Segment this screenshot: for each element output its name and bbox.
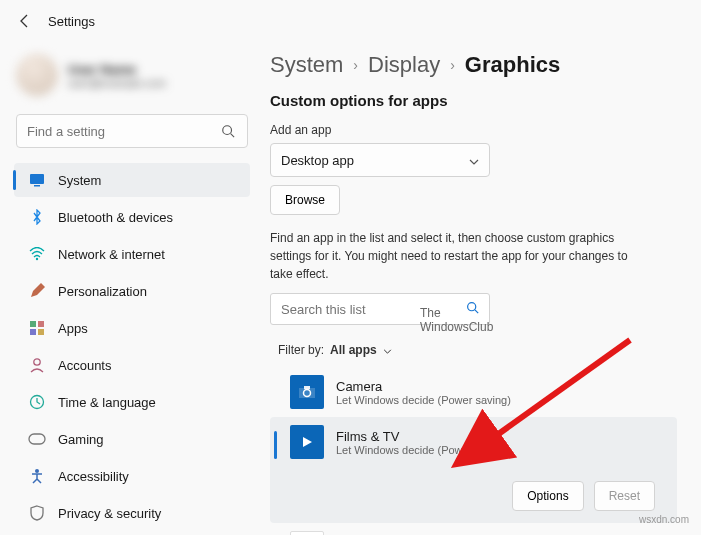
crumb-display[interactable]: Display <box>368 52 440 78</box>
person-icon <box>28 356 46 374</box>
sidebar-item-system[interactable]: System <box>14 163 250 197</box>
sidebar-item-label: Personalization <box>58 284 147 299</box>
app-name: Films & TV <box>336 429 511 444</box>
apps-icon <box>28 319 46 337</box>
app-row-camera[interactable]: Camera Let Windows decide (Power saving) <box>270 367 677 417</box>
sidebar-item-accounts[interactable]: Accounts <box>14 348 250 382</box>
sidebar-item-network[interactable]: Network & internet <box>14 237 250 271</box>
svg-point-0 <box>223 126 232 135</box>
app-type-dropdown[interactable]: Desktop app <box>270 143 490 177</box>
sidebar-item-label: Apps <box>58 321 88 336</box>
camera-icon <box>290 375 324 409</box>
svg-point-12 <box>35 469 39 473</box>
profile-name: User Name <box>68 62 166 77</box>
sidebar: User Name user@example.com System Blueto… <box>0 42 258 535</box>
profile-email: user@example.com <box>68 77 166 89</box>
breadcrumb: System › Display › Graphics <box>270 52 677 78</box>
films-tv-icon <box>290 425 324 459</box>
sidebar-item-label: System <box>58 173 101 188</box>
sidebar-item-apps[interactable]: Apps <box>14 311 250 345</box>
svg-rect-3 <box>34 185 40 187</box>
options-button[interactable]: Options <box>512 481 583 511</box>
search-icon <box>219 122 237 140</box>
svg-rect-17 <box>304 386 310 389</box>
svg-marker-18 <box>303 437 312 447</box>
svg-rect-2 <box>30 174 44 184</box>
sidebar-item-label: Accessibility <box>58 469 129 484</box>
sidebar-item-label: Accounts <box>58 358 111 373</box>
filter-row[interactable]: Filter by: All apps <box>278 343 677 357</box>
settings-search[interactable] <box>16 114 248 148</box>
paint-icon <box>28 282 46 300</box>
watermark: The WindowsClub <box>420 306 493 335</box>
svg-rect-11 <box>29 434 45 444</box>
sidebar-item-label: Privacy & security <box>58 506 161 521</box>
svg-point-9 <box>34 359 40 365</box>
section-heading: Custom options for apps <box>270 92 677 109</box>
app-name: Camera <box>336 379 511 394</box>
bluetooth-icon <box>28 208 46 226</box>
accessibility-icon <box>28 467 46 485</box>
reset-button[interactable]: Reset <box>594 481 655 511</box>
sidebar-item-label: Bluetooth & devices <box>58 210 173 225</box>
sidebar-item-label: Time & language <box>58 395 156 410</box>
wifi-icon <box>28 245 46 263</box>
footer-credit: wsxdn.com <box>639 514 689 525</box>
sidebar-item-gaming[interactable]: Gaming <box>14 422 250 456</box>
app-sub: Let Windows decide (Power saving) <box>336 444 511 456</box>
svg-rect-8 <box>38 329 44 335</box>
app-row-films-tv[interactable]: Films & TV Let Windows decide (Power sav… <box>270 417 677 523</box>
chevron-down-icon <box>469 153 479 168</box>
edge-icon <box>290 531 324 535</box>
chevron-right-icon: › <box>353 57 358 73</box>
sidebar-item-privacy[interactable]: Privacy & security <box>14 496 250 530</box>
filter-label: Filter by: <box>278 343 324 357</box>
gaming-icon <box>28 430 46 448</box>
sidebar-item-personalization[interactable]: Personalization <box>14 274 250 308</box>
chevron-right-icon: › <box>450 57 455 73</box>
dropdown-value: Desktop app <box>281 153 354 168</box>
main-content: System › Display › Graphics Custom optio… <box>258 42 701 535</box>
sidebar-item-label: Gaming <box>58 432 104 447</box>
profile-block[interactable]: User Name user@example.com <box>6 48 258 110</box>
svg-rect-5 <box>30 321 36 327</box>
avatar <box>16 54 58 96</box>
sidebar-item-bluetooth[interactable]: Bluetooth & devices <box>14 200 250 234</box>
window-title: Settings <box>48 14 95 29</box>
add-app-label: Add an app <box>270 123 677 137</box>
svg-line-1 <box>231 134 235 138</box>
sidebar-item-accessibility[interactable]: Accessibility <box>14 459 250 493</box>
crumb-system[interactable]: System <box>270 52 343 78</box>
clock-icon <box>28 393 46 411</box>
browse-button[interactable]: Browse <box>270 185 340 215</box>
search-input[interactable] <box>27 124 219 139</box>
app-row-edge[interactable]: Microsoft Edge Let Windows decide (Power… <box>270 523 677 535</box>
crumb-graphics: Graphics <box>465 52 560 78</box>
chevron-down-icon <box>383 343 392 357</box>
display-icon <box>28 171 46 189</box>
back-button[interactable] <box>16 12 34 30</box>
filter-value: All apps <box>330 343 377 357</box>
sidebar-item-time[interactable]: Time & language <box>14 385 250 419</box>
svg-rect-6 <box>38 321 44 327</box>
sidebar-item-label: Network & internet <box>58 247 165 262</box>
svg-point-4 <box>36 258 38 260</box>
shield-icon <box>28 504 46 522</box>
description-text: Find an app in the list and select it, t… <box>270 229 650 283</box>
svg-rect-7 <box>30 329 36 335</box>
app-sub: Let Windows decide (Power saving) <box>336 394 511 406</box>
